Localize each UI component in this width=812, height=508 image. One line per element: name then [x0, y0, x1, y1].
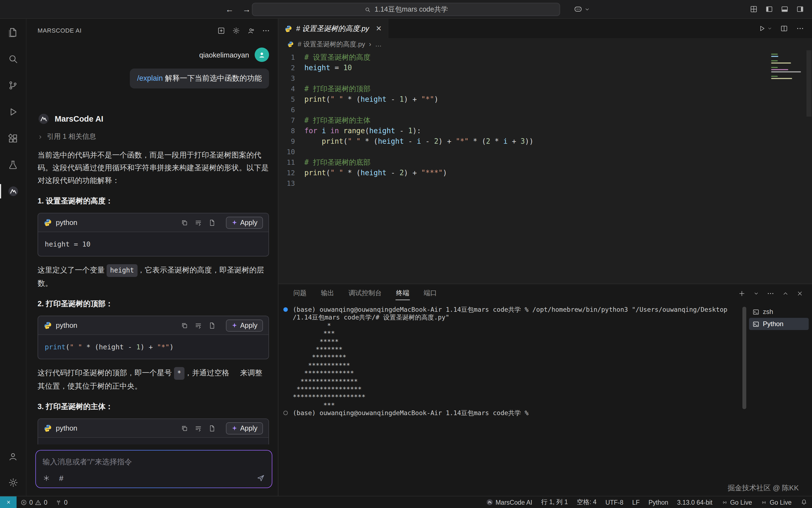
warning-count: 0 — [44, 499, 48, 506]
terminal-dropdown-icon[interactable] — [754, 291, 759, 296]
terminal-output: (base) ouwanqing@ouwanqingdeMacBook-Air … — [278, 306, 747, 417]
insert-code-icon[interactable] — [194, 322, 202, 329]
nav-forward-icon[interactable]: → — [242, 4, 251, 14]
toggle-panel-icon[interactable] — [780, 5, 789, 13]
nav-back-icon[interactable]: ← — [225, 4, 234, 14]
terminal-line: (base) ouwanqing@ouwanqingdeMacBook-Air … — [278, 409, 747, 417]
chat-input[interactable] — [43, 458, 265, 466]
new-file-icon[interactable] — [208, 322, 216, 329]
assistant-intro: 当前选中的代码并不是一个函数，而是一段用于打印圣诞树图案的代码。这段代码通过使用… — [38, 149, 269, 187]
activity-run-debug[interactable] — [0, 98, 26, 125]
breadcrumb[interactable]: # 设置圣诞树的高度.py › … — [278, 38, 812, 50]
cursor-position[interactable]: 行 1, 列 1 — [537, 496, 572, 508]
terminal-list: zshPython — [747, 302, 812, 496]
activity-marscode[interactable] — [0, 178, 26, 205]
panel-maximize-icon[interactable] — [782, 290, 789, 297]
python-icon — [287, 41, 294, 47]
language-mode[interactable]: Python — [644, 496, 673, 508]
apply-button[interactable]: Apply — [226, 319, 263, 331]
insert-code-icon[interactable] — [194, 424, 202, 432]
apply-button[interactable]: Apply — [226, 216, 263, 228]
panel-more-icon[interactable] — [767, 289, 774, 297]
panel-tab-调试控制台[interactable]: 调试控制台 — [348, 284, 382, 302]
command-center-search[interactable]: 1.14豆包mars code共学 — [252, 3, 560, 16]
ports-count: 0 — [64, 499, 68, 506]
copy-icon[interactable] — [180, 424, 188, 432]
activity-search[interactable] — [0, 45, 26, 72]
chat-history: qiaokelimaoyan /explain 解释一下当前选中函数的功能 Ma… — [27, 42, 278, 444]
activity-testing[interactable] — [0, 152, 26, 178]
extensions-icon — [7, 132, 19, 144]
remote-indicator[interactable] — [0, 496, 16, 508]
apply-button[interactable]: Apply — [226, 422, 263, 434]
editor-tab[interactable]: # 设置圣诞树的高度.py ✕ — [278, 19, 388, 38]
activity-source-control[interactable] — [0, 72, 26, 98]
new-chat-icon[interactable] — [217, 26, 225, 35]
go-live-a[interactable]: Go Live — [717, 496, 756, 508]
panel-tab-问题[interactable]: 问题 — [293, 284, 307, 302]
panel-close-icon[interactable] — [797, 290, 803, 297]
status-marscode[interactable]: MarsCode AI — [482, 496, 537, 508]
copilot-menu[interactable] — [573, 4, 590, 14]
settings-icon[interactable] — [232, 26, 240, 35]
terminal-scrollbar[interactable] — [743, 307, 746, 409]
search-text: 1.14豆包mars code共学 — [375, 5, 448, 14]
section-heading: 2. 打印圣诞树的顶部： — [38, 299, 269, 309]
new-file-icon[interactable] — [208, 424, 216, 432]
minimap-line — [771, 71, 801, 73]
user-message-text: 解释一下当前选中函数的功能 — [165, 74, 262, 82]
person-icon — [257, 50, 266, 59]
run-button[interactable] — [758, 24, 772, 33]
activity-explorer[interactable] — [0, 19, 26, 45]
terminal-session-Python[interactable]: Python — [749, 318, 809, 330]
copy-icon[interactable] — [180, 219, 188, 226]
reference-toggle[interactable]: 引用 1 相关信息 — [38, 132, 269, 141]
more-icon[interactable] — [262, 26, 270, 35]
python-interpreter[interactable]: 3.13.0 64-bit — [673, 496, 717, 508]
terminal-session-zsh[interactable]: zsh — [749, 306, 809, 318]
eol-sequence[interactable]: LF — [628, 496, 644, 508]
minimap[interactable] — [771, 54, 803, 82]
line-number: 10 — [278, 147, 304, 156]
terminal-line: *** — [278, 401, 747, 409]
layout-grid-icon[interactable] — [750, 5, 758, 13]
line-number: 11 — [278, 158, 304, 166]
code-editor[interactable]: 1# 设置圣诞树的高度2height = 103 4# 打印圣诞树的顶部5pri… — [278, 50, 812, 284]
go-live-b[interactable]: Go Live — [757, 496, 796, 508]
breadcrumb-file: # 设置圣诞树的高度.py — [298, 40, 365, 49]
panel-tab-输出[interactable]: 输出 — [320, 284, 335, 302]
avatar — [255, 47, 269, 62]
minimap-line — [771, 56, 778, 57]
notifications[interactable] — [796, 496, 812, 508]
split-editor-icon[interactable] — [780, 24, 788, 33]
toggle-sidebar-left-icon[interactable] — [765, 5, 773, 13]
toggle-sidebar-right-icon[interactable] — [796, 5, 804, 13]
activity-settings[interactable] — [0, 469, 26, 496]
apply-label: Apply — [240, 219, 257, 226]
panel-tab-终端[interactable]: 终端 — [395, 284, 410, 302]
problems-status[interactable]: 0 0 — [16, 496, 51, 508]
tab-label: # 设置圣诞树的高度.py — [296, 24, 369, 34]
new-file-icon[interactable] — [208, 219, 216, 226]
section-explain: 这里定义了一个变量 height，它表示圣诞树的高度，即圣诞树的层数。 — [38, 264, 269, 290]
encoding[interactable]: UTF-8 — [601, 496, 628, 508]
commands-icon[interactable] — [43, 474, 50, 482]
section-heading: 3. 打印圣诞树的主体： — [38, 402, 269, 412]
copy-icon[interactable] — [180, 322, 188, 329]
terminal[interactable]: (base) ouwanqing@ouwanqingdeMacBook-Air … — [278, 302, 747, 496]
editor-scrollbar[interactable] — [807, 50, 811, 117]
activity-extensions[interactable] — [0, 125, 26, 152]
indentation[interactable]: 空格: 4 — [572, 496, 601, 508]
more-actions-icon[interactable] — [796, 24, 804, 33]
panel-tab-端口[interactable]: 端口 — [423, 284, 437, 302]
ports-status[interactable]: 0 — [51, 496, 71, 508]
tab-close-icon[interactable]: ✕ — [376, 24, 382, 33]
new-terminal-icon[interactable] — [738, 289, 746, 297]
activity-accounts[interactable] — [0, 443, 26, 469]
editor-line: 2height = 10 — [278, 62, 812, 73]
context-hash-button[interactable]: # — [59, 474, 63, 482]
insert-code-icon[interactable] — [194, 219, 202, 226]
profile-icon[interactable] — [247, 26, 255, 35]
beaker-icon — [7, 159, 19, 171]
send-button[interactable] — [256, 474, 265, 482]
